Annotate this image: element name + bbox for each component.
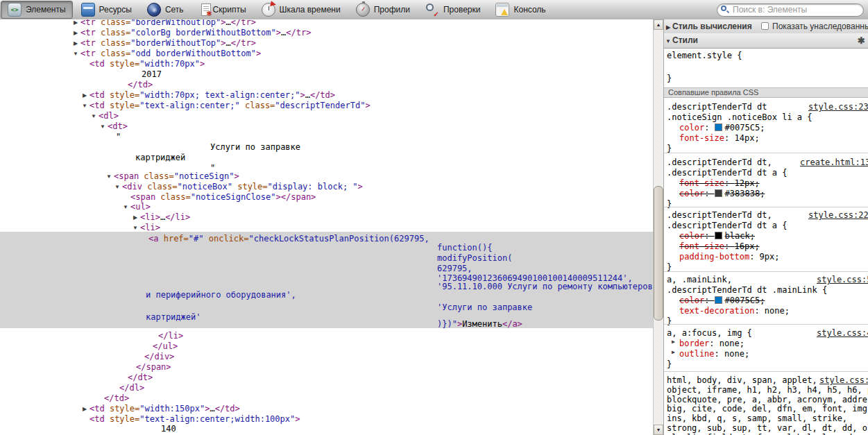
dom-tree-line[interactable]: <tr class="odd borderWithoutBottom"> <box>80 49 261 59</box>
collapsed-triangle-icon[interactable]: ▶ <box>72 28 79 38</box>
dom-tree-line[interactable]: <tr class="borderWithoutTop">…</tr> <box>80 19 256 28</box>
dom-tree-line[interactable]: картриджей <box>135 153 185 163</box>
dom-tree-line[interactable]: <td style="width:70px"> <box>90 59 205 69</box>
dom-tree-line[interactable]: )})">Изменить</a> <box>437 319 522 330</box>
dom-tree-line[interactable]: </td> <box>128 80 153 90</box>
dom-tree-line[interactable]: <a href="#" onclick="checkLockStatusPlan… <box>148 234 429 244</box>
expanded-triangle-icon[interactable]: ▼ <box>81 101 88 111</box>
tab-timeline[interactable]: Шкала времени <box>255 1 348 19</box>
dom-tree-line[interactable]: <li> <box>140 223 160 233</box>
dom-tree-line[interactable]: <li>…</li> <box>140 212 190 223</box>
rule-source-link[interactable]: style.css:4 <box>817 328 868 339</box>
dom-tree-line[interactable]: <td style="width:150px">…</td> <box>90 404 240 414</box>
expanded-triangle-icon[interactable]: ▼ <box>132 223 139 233</box>
dom-tree-line[interactable]: </li> <box>158 331 183 341</box>
dom-tree-line[interactable]: </dt> <box>128 373 153 383</box>
tab-profiles[interactable]: Профили <box>349 1 417 19</box>
collapsed-triangle-icon[interactable]: ▶ <box>72 38 79 49</box>
dom-tree-line[interactable]: </span> <box>136 362 171 373</box>
gear-icon[interactable]: ✱ <box>858 34 865 48</box>
dom-tree-line[interactable]: 'Услуги по заправке <box>437 302 532 313</box>
tab-scripts[interactable]: Скрипты <box>192 1 253 19</box>
rule-source-link[interactable]: style.css:235 <box>808 102 868 112</box>
vertical-scrollbar[interactable]: ▲ ▼ <box>653 19 663 435</box>
expanded-triangle-icon[interactable]: ▼ <box>105 171 112 182</box>
scrollbar-thumb[interactable] <box>654 186 663 321</box>
elements-icon <box>8 3 22 17</box>
styles-section-header[interactable]: ▼Стили ✱ <box>664 33 868 49</box>
css-property[interactable]: ▶border: none; <box>679 339 744 349</box>
tab-elements[interactable]: Элементы <box>1 1 73 19</box>
css-property[interactable]: text-decoration: none; <box>679 306 790 316</box>
css-property[interactable]: color: #383838; <box>679 189 765 199</box>
expanded-triangle-icon[interactable]: ▼ <box>90 111 97 121</box>
expanded-triangle-icon[interactable]: ▼ <box>72 49 79 59</box>
expand-property-icon[interactable]: ▶ <box>672 339 675 345</box>
dom-tree-line[interactable]: и периферийного оборудования', <box>146 290 296 300</box>
rule-source-link[interactable]: create.html:134 <box>800 157 868 168</box>
dom-tree-line[interactable]: <div class="noticeBox" style="display: b… <box>122 182 363 192</box>
rule-selector: html, body, div, span, applet,style.css:… <box>667 375 817 386</box>
dom-tree-line[interactable]: <td style="width:70px; text-align:center… <box>90 90 335 101</box>
dom-tree-line[interactable]: <td style="text-align:center;width:100px… <box>90 414 300 425</box>
expanded-triangle-icon[interactable]: ▼ <box>114 182 121 192</box>
dom-tree-line[interactable]: " <box>116 132 121 142</box>
dom-tree-line[interactable]: 2017 <box>142 69 162 80</box>
dom-tree-line[interactable]: '95.11.10.000 Услуги по ремонту компьюте… <box>437 282 653 292</box>
profiles-icon <box>356 3 370 17</box>
dom-tree-line[interactable]: modifyPosition( <box>437 253 512 264</box>
search-input[interactable] <box>717 3 864 17</box>
tab-console[interactable]: Консоль <box>488 1 552 19</box>
dom-tree-line[interactable]: </ul> <box>153 341 178 352</box>
dom-tree-line[interactable]: Услуги по заправке <box>210 142 300 153</box>
expanded-triangle-icon[interactable]: ▼ <box>664 34 672 49</box>
expanded-triangle-icon[interactable]: ▼ <box>122 202 129 212</box>
tab-network[interactable]: Сеть <box>140 1 191 19</box>
css-property[interactable]: color: #0075C5; <box>679 123 765 133</box>
dom-tree-line[interactable]: </dl> <box>119 383 144 393</box>
collapsed-triangle-icon[interactable]: ▶ <box>72 19 79 28</box>
collapsed-triangle-icon[interactable]: ▶ <box>132 212 139 223</box>
dom-tree-line[interactable]: 629795, <box>437 264 473 274</box>
css-property[interactable]: font-size: 16px; <box>679 241 760 252</box>
dom-tree-line[interactable]: <dl> <box>99 111 119 121</box>
dom-tree-line[interactable]: </td> <box>104 393 129 404</box>
expanded-triangle-icon[interactable]: ▼ <box>99 121 106 132</box>
css-property[interactable]: color: #0075C5; <box>679 296 765 306</box>
rule-selector: .descriptTenderTd dt a { <box>667 221 787 231</box>
dom-tree-line[interactable]: <span class="noticeSignClose"></span> <box>130 192 316 203</box>
element-style-rule-open[interactable]: element.style { <box>667 51 742 61</box>
dom-tree-line[interactable]: <td style="text-align:center;" class="de… <box>90 101 371 111</box>
rule-source-link[interactable]: style.css:5 <box>817 275 868 285</box>
show-inherited-checkbox[interactable] <box>761 22 769 30</box>
expand-property-icon[interactable]: ▶ <box>672 349 675 355</box>
css-property[interactable]: ▶outline: none; <box>679 349 749 359</box>
computed-style-section-header[interactable]: ▶Стиль вычисления Показать унаследованны… <box>664 19 868 34</box>
dom-tree-line[interactable]: </div> <box>144 352 174 362</box>
collapsed-triangle-icon[interactable]: ▶ <box>81 404 88 414</box>
collapsed-triangle-icon[interactable]: ▶ <box>664 21 672 35</box>
styles-sidebar: ▶Стиль вычисления Показать унаследованны… <box>663 19 868 435</box>
scroll-up-button[interactable]: ▲ <box>654 19 663 30</box>
rule-source-link[interactable]: style.css:228 <box>808 210 868 221</box>
collapsed-triangle-icon[interactable]: ▶ <box>81 90 88 101</box>
css-property[interactable]: font-size: 14px; <box>679 133 760 144</box>
search-box <box>717 3 864 16</box>
scroll-down-button[interactable]: ▼ <box>654 425 663 435</box>
tab-resources[interactable]: Ресурсы <box>74 1 139 19</box>
css-property[interactable]: padding-bottom: 9px; <box>679 252 780 262</box>
dom-tree-line[interactable]: <span class="noticeSign"> <box>114 171 239 182</box>
tab-audits[interactable]: Проверки <box>418 1 488 19</box>
css-property[interactable]: font-size: 12px; <box>679 178 760 189</box>
dom-tree-line[interactable]: <ul> <box>130 202 151 212</box>
dom-tree-line[interactable]: <tr class="borderWithoutTop">…</tr> <box>80 38 256 49</box>
dom-tree-line[interactable]: картриджей' <box>146 312 201 323</box>
dom-tree-line[interactable]: function(){ <box>437 243 492 253</box>
css-property[interactable]: color: black; <box>679 231 755 241</box>
rule-source-link[interactable]: style.css:1 <box>819 375 868 386</box>
scripts-icon <box>201 3 211 16</box>
dom-tree-line[interactable]: 140 <box>161 424 176 434</box>
dom-tree-line[interactable]: <tr class="colorBg borderWithoutBottom">… <box>80 28 311 38</box>
rule-separator <box>664 153 868 153</box>
dom-tree-line[interactable]: <dt> <box>108 121 128 132</box>
